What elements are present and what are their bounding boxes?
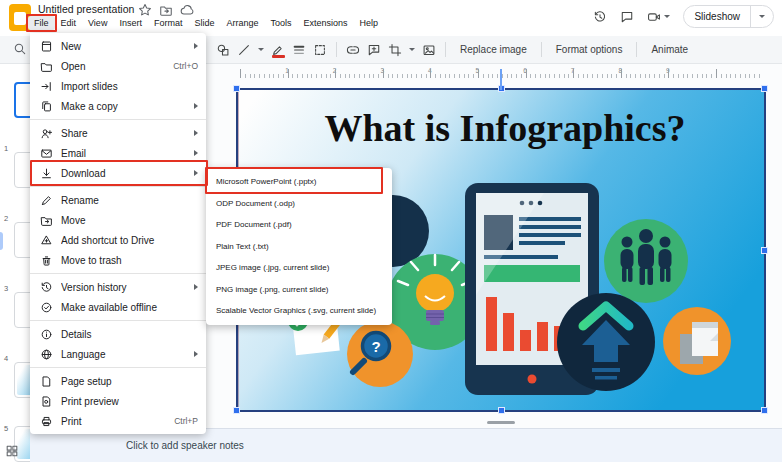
menubar-format[interactable]: Format	[148, 16, 189, 30]
menubar-tools[interactable]: Tools	[264, 16, 297, 30]
submenu-item-txt[interactable]: Plain Text (.txt)	[206, 236, 392, 258]
menubar-slide[interactable]: Slide	[188, 16, 220, 30]
slide-number: 4	[4, 354, 8, 363]
star-icon[interactable]	[138, 3, 152, 17]
menubar-edit[interactable]: Edit	[55, 16, 83, 30]
cloud-saved-icon[interactable]	[180, 3, 194, 17]
border-color-button[interactable]	[271, 43, 285, 57]
menu-item-import-slides[interactable]: Import slides	[30, 76, 206, 96]
toolbar-separator	[445, 42, 446, 57]
menu-item-add-shortcut-to-drive[interactable]: Add shortcut to Drive	[30, 230, 206, 250]
menu-item-move[interactable]: Move	[30, 210, 206, 230]
submenu-arrow-icon	[194, 150, 198, 156]
menu-item-new[interactable]: New	[30, 36, 206, 56]
menu-item-page-setup[interactable]: Page setup	[30, 371, 206, 391]
menu-item-language[interactable]: Language	[30, 344, 206, 364]
ruler-number: 4	[428, 67, 432, 74]
resize-handle-e[interactable]	[761, 247, 768, 254]
menu-item-make-available-offline[interactable]: Make available offline	[30, 297, 206, 317]
resize-handle-ne[interactable]	[761, 85, 768, 92]
menu-item-open[interactable]: Open Ctrl+O	[30, 56, 206, 76]
menu-item-version-history[interactable]: Version history	[30, 277, 206, 297]
ruler-number: 9	[666, 67, 670, 74]
menu-item-email[interactable]: Email	[30, 143, 206, 163]
format-options-button[interactable]: Format options	[551, 44, 628, 55]
animate-button[interactable]: Animate	[646, 44, 693, 55]
toolbar-separator	[336, 42, 337, 57]
globe-icon	[40, 348, 53, 361]
line-icon[interactable]	[237, 43, 251, 57]
ruler-number: 5	[476, 67, 480, 74]
add-comment-icon[interactable]	[367, 43, 381, 57]
slide-title[interactable]: What is Infographics?	[324, 107, 685, 149]
submenu-item-pptx[interactable]: Microsoft PowerPoint (.pptx)	[206, 171, 392, 193]
menus-search-icon[interactable]	[13, 42, 27, 56]
version-history-icon[interactable]	[593, 10, 607, 24]
border-dash-icon[interactable]	[313, 43, 327, 57]
document-title[interactable]: Untitled presentation	[38, 3, 134, 15]
resize-handle-nw[interactable]	[233, 85, 240, 92]
shape-icon[interactable]	[216, 43, 230, 57]
resize-handle-s[interactable]	[498, 407, 505, 414]
menu-bar: File Edit View Insert Format Slide Arran…	[28, 16, 384, 30]
menubar-insert[interactable]: Insert	[113, 16, 148, 30]
version-history-icon	[40, 281, 53, 294]
panel-edge-tab[interactable]	[0, 232, 3, 250]
selection-guide-line	[500, 69, 502, 90]
submenu-item-jpeg[interactable]: JPEG image (.jpg, current slide)	[206, 257, 392, 279]
insert-link-icon[interactable]	[346, 43, 360, 57]
menu-item-download[interactable]: Download	[30, 163, 206, 183]
chevron-down-icon	[664, 15, 670, 18]
menu-item-move-to-trash[interactable]: Move to trash	[30, 250, 206, 270]
submenu-item-png[interactable]: PNG image (.png, current slide)	[206, 279, 392, 301]
submenu-item-pdf[interactable]: PDF Document (.pdf)	[206, 214, 392, 236]
crop-icon[interactable]	[388, 43, 402, 57]
menubar-extensions[interactable]: Extensions	[297, 16, 353, 30]
speaker-notes-placeholder[interactable]: Click to add speaker notes	[126, 440, 244, 451]
menu-separator	[30, 367, 206, 368]
rename-pencil-icon	[40, 194, 53, 207]
crop-dropdown-icon[interactable]	[409, 48, 415, 51]
download-icon	[40, 167, 53, 180]
replace-image-button[interactable]: Replace image	[455, 44, 532, 55]
slide-number: 3	[4, 284, 8, 293]
slide-number: 1	[4, 144, 8, 153]
toolbar-separator	[636, 42, 637, 57]
page-setup-icon	[40, 375, 53, 388]
resize-handle-se[interactable]	[761, 407, 768, 414]
present-to-meeting-button[interactable]	[647, 10, 670, 24]
submenu-item-odp[interactable]: ODP Document (.odp)	[206, 193, 392, 215]
move-to-folder-icon[interactable]	[159, 3, 173, 17]
notes-resize-handle[interactable]	[487, 421, 515, 424]
slide-filmstrip: 1 2 3 4 5 6	[0, 64, 30, 462]
menu-item-print-preview[interactable]: Print preview	[30, 391, 206, 411]
menu-item-print[interactable]: Print Ctrl+P	[30, 411, 206, 431]
svg-text:?: ?	[371, 338, 380, 355]
menu-item-details[interactable]: Details	[30, 324, 206, 344]
documents-graphic	[663, 307, 731, 375]
submenu-arrow-icon	[194, 351, 198, 357]
menubar-arrange[interactable]: Arrange	[220, 16, 264, 30]
comment-icon[interactable]	[620, 10, 634, 24]
chevron-down-icon	[759, 15, 765, 18]
resize-handle-sw[interactable]	[233, 407, 240, 414]
ruler-number: 8	[618, 67, 622, 74]
submenu-arrow-icon	[194, 130, 198, 136]
border-weight-icon[interactable]	[292, 43, 306, 57]
slide-number: 2	[4, 214, 8, 223]
grid-view-icon[interactable]	[5, 444, 19, 458]
magnifier-question-graphic: ?	[347, 321, 413, 387]
app-header: Untitled presentation File Edit View Ins…	[0, 0, 782, 36]
menubar-file[interactable]: File	[28, 16, 55, 30]
slideshow-button[interactable]: Slideshow	[683, 5, 774, 28]
menu-item-rename[interactable]: Rename	[30, 190, 206, 210]
menubar-help[interactable]: Help	[354, 16, 385, 30]
menu-item-share[interactable]: Share	[30, 123, 206, 143]
menu-item-make-a-copy[interactable]: Make a copy	[30, 96, 206, 116]
submenu-item-svg[interactable]: Scalable Vector Graphics (.svg, current …	[206, 300, 392, 322]
slideshow-dropdown[interactable]	[751, 15, 773, 18]
menu-separator	[30, 273, 206, 274]
menubar-view[interactable]: View	[82, 16, 113, 30]
mask-image-icon[interactable]	[422, 43, 436, 57]
line-dropdown-icon[interactable]	[258, 48, 264, 51]
